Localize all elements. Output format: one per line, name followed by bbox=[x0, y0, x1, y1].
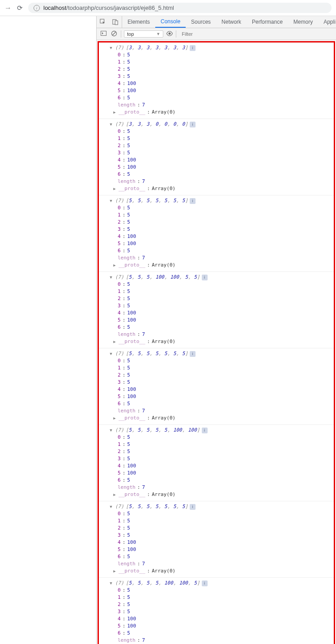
prop-key: 0 bbox=[118, 587, 121, 594]
collapse-icon[interactable] bbox=[109, 350, 113, 357]
collapse-icon[interactable] bbox=[109, 197, 113, 204]
url-text: localhost/todoarphp/cursos/javascript/ej… bbox=[43, 4, 174, 11]
info-badge-icon[interactable]: i bbox=[190, 504, 196, 510]
console-message: (7) [5, 5, 5, 5, 100, 100, 5] i0: 51: 52… bbox=[99, 578, 334, 644]
inspect-icon[interactable] bbox=[97, 16, 109, 28]
prop-value: 7 bbox=[142, 407, 145, 415]
expand-icon[interactable] bbox=[112, 415, 117, 422]
collapse-icon[interactable] bbox=[109, 580, 113, 587]
clear-console-icon[interactable] bbox=[110, 30, 118, 38]
url-bar[interactable]: i localhost/todoarphp/cursos/javascript/… bbox=[28, 3, 332, 13]
prop-value: 5 bbox=[127, 73, 130, 80]
array-index-row: 5: 100 bbox=[118, 164, 331, 171]
tab-network[interactable]: Network bbox=[216, 16, 247, 28]
collapse-icon[interactable] bbox=[109, 44, 113, 51]
summary-row[interactable]: (7) [5, 5, 5, 5, 5, 5, 5] i bbox=[109, 197, 331, 204]
summary-row[interactable]: (7) [5, 5, 5, 100, 100, 5, 5] i bbox=[109, 274, 331, 281]
collapse-icon[interactable] bbox=[109, 427, 113, 434]
prop-key: 6 bbox=[118, 94, 121, 102]
prop-value: 5 bbox=[127, 295, 130, 302]
object-properties: 0: 51: 52: 53: 54: 1005: 1006: 5length: … bbox=[118, 434, 331, 498]
prop-key: 3 bbox=[118, 379, 121, 386]
collapse-icon[interactable] bbox=[109, 503, 113, 510]
context-selector[interactable]: top ▼ bbox=[124, 30, 163, 38]
tab-sources[interactable]: Sources bbox=[186, 16, 216, 28]
prop-key: 2 bbox=[118, 525, 121, 532]
sidebar-toggle-icon[interactable] bbox=[99, 31, 107, 37]
reload-icon[interactable]: ⟳ bbox=[17, 4, 23, 12]
live-expression-icon[interactable] bbox=[166, 31, 173, 38]
array-index-row: 0: 5 bbox=[118, 128, 331, 135]
summary-row[interactable]: (7) [5, 5, 5, 5, 5, 5, 5] i bbox=[109, 350, 331, 357]
prop-key: 0 bbox=[118, 434, 121, 441]
array-index-row: 4: 100 bbox=[118, 309, 331, 317]
summary-row[interactable]: (7) [5, 5, 5, 5, 100, 100, 5] i bbox=[109, 580, 331, 587]
filter-input[interactable] bbox=[179, 30, 246, 38]
prop-key: 3 bbox=[118, 608, 121, 615]
prop-key: 1 bbox=[118, 594, 121, 601]
array-index-row: 3: 5 bbox=[118, 149, 331, 157]
summary-row[interactable]: (7) [5, 5, 5, 5, 5, 5, 5] i bbox=[109, 503, 331, 510]
prop-key: length bbox=[118, 331, 136, 338]
proto-row[interactable]: __proto__: Array(0) bbox=[112, 185, 331, 192]
info-badge-icon[interactable]: i bbox=[202, 428, 208, 433]
collapse-icon[interactable] bbox=[109, 274, 113, 281]
tab-application[interactable]: Appli bbox=[318, 16, 336, 28]
array-index-row: 1: 5 bbox=[118, 517, 331, 525]
summary-row[interactable]: (7) [3, 3, 3, 3, 3, 3, 3] i bbox=[109, 44, 331, 51]
prop-value: Array(0) bbox=[152, 109, 175, 116]
object-properties: 0: 51: 52: 53: 54: 1005: 1006: 5length: … bbox=[118, 510, 331, 575]
device-toggle-icon[interactable] bbox=[109, 16, 122, 28]
proto-row[interactable]: __proto__: Array(0) bbox=[112, 109, 331, 116]
array-index-row: 2: 5 bbox=[118, 142, 331, 149]
array-summary: [5, 5, 5, 5, 5, 5, 5] bbox=[126, 350, 188, 357]
expand-icon[interactable] bbox=[112, 109, 117, 116]
array-index-row: 4: 100 bbox=[118, 80, 331, 87]
prop-value: 5 bbox=[127, 94, 130, 102]
array-index-row: 2: 5 bbox=[118, 525, 331, 532]
prop-value: 5 bbox=[127, 630, 130, 637]
info-badge-icon[interactable]: i bbox=[202, 580, 208, 586]
prop-key: 4 bbox=[118, 539, 121, 546]
expand-icon[interactable] bbox=[112, 262, 117, 269]
prop-key: 0 bbox=[118, 51, 121, 59]
prop-value: 5 bbox=[127, 288, 130, 295]
summary-row[interactable]: (7) [5, 5, 5, 5, 5, 100, 100] i bbox=[109, 427, 331, 434]
prop-key: 4 bbox=[118, 615, 121, 623]
expand-icon[interactable] bbox=[112, 568, 117, 575]
tab-memory[interactable]: Memory bbox=[288, 16, 318, 28]
forward-icon[interactable]: → bbox=[4, 4, 12, 12]
info-badge-icon[interactable]: i bbox=[202, 275, 208, 280]
info-badge-icon[interactable]: i bbox=[190, 351, 196, 357]
proto-row[interactable]: __proto__: Array(0) bbox=[112, 491, 331, 498]
info-badge-icon[interactable]: i bbox=[190, 45, 196, 51]
info-badge-icon[interactable]: i bbox=[190, 198, 196, 204]
prop-value: 7 bbox=[142, 637, 145, 644]
expand-icon[interactable] bbox=[112, 185, 117, 192]
proto-row[interactable]: __proto__: Array(0) bbox=[112, 338, 331, 345]
info-icon[interactable]: i bbox=[34, 5, 40, 11]
info-badge-icon[interactable]: i bbox=[190, 122, 196, 127]
tab-performance[interactable]: Performance bbox=[247, 16, 288, 28]
prop-value: 5 bbox=[127, 149, 130, 157]
array-index-row: 6: 5 bbox=[118, 630, 331, 637]
collapse-icon[interactable] bbox=[109, 121, 113, 128]
expand-icon[interactable] bbox=[112, 491, 117, 498]
prop-key: 6 bbox=[118, 477, 121, 484]
array-index-row: 3: 5 bbox=[118, 73, 331, 80]
proto-row[interactable]: __proto__: Array(0) bbox=[112, 262, 331, 269]
summary-row[interactable]: (7) [3, 3, 3, 0, 0, 0, 0] i bbox=[109, 121, 331, 128]
tab-elements[interactable]: Elements bbox=[122, 16, 155, 28]
array-index-row: 2: 5 bbox=[118, 66, 331, 73]
console-message: (7) [5, 5, 5, 100, 100, 5, 5] i0: 51: 52… bbox=[99, 272, 334, 348]
console-message: (7) [3, 3, 3, 0, 0, 0, 0] i0: 51: 52: 53… bbox=[99, 119, 334, 195]
expand-icon[interactable] bbox=[112, 338, 117, 345]
prop-value: 100 bbox=[127, 87, 136, 94]
prop-value: Array(0) bbox=[152, 491, 175, 498]
proto-row[interactable]: __proto__: Array(0) bbox=[112, 415, 331, 422]
prop-key: 4 bbox=[118, 157, 121, 164]
prop-key: 5 bbox=[118, 546, 121, 553]
array-index-row: 5: 100 bbox=[118, 393, 331, 400]
tab-console[interactable]: Console bbox=[155, 16, 186, 28]
proto-row[interactable]: __proto__: Array(0) bbox=[112, 568, 331, 575]
